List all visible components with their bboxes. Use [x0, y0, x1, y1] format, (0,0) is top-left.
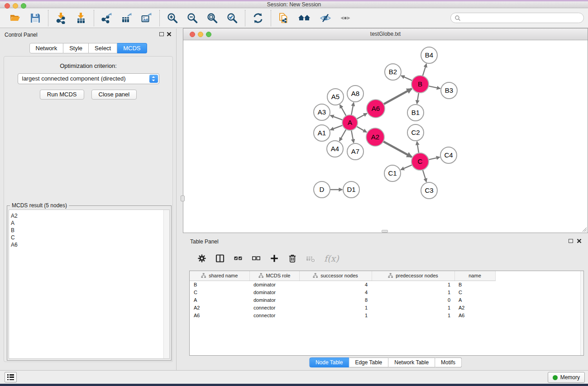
edge-C-C4[interactable] [429, 157, 440, 160]
node-B1[interactable]: B1 [407, 105, 424, 121]
network-canvas[interactable]: B4B2BB3A8A5A6B1A3AC2A1A2A4A7C4CC1C3DD1 [183, 41, 588, 233]
node-A2[interactable]: A2 [366, 128, 384, 146]
node-C2[interactable]: C2 [407, 124, 424, 141]
table-scrollbar[interactable] [580, 271, 583, 355]
result-item[interactable]: B [9, 227, 169, 234]
edge-A-A3[interactable] [330, 115, 343, 120]
deselect-all-columns-icon[interactable] [250, 253, 262, 264]
open-folder-icon[interactable] [9, 12, 22, 24]
column-header-shared-name[interactable]: shared name [190, 271, 249, 281]
zoom-in-icon[interactable] [166, 12, 179, 24]
table-cell[interactable]: dominator [249, 281, 299, 288]
criterion-dropdown[interactable]: largest connected component (directed) [18, 73, 159, 84]
table-cell[interactable]: 8 [299, 296, 372, 304]
horizontal-splitter-handle[interactable] [382, 230, 388, 233]
result-scrollbar[interactable] [163, 210, 169, 358]
edge-B-B1[interactable] [417, 93, 419, 104]
table-cell[interactable]: 1 [299, 304, 372, 311]
result-item[interactable]: A2 [9, 212, 169, 219]
export-image-icon[interactable] [140, 12, 153, 24]
node-D[interactable]: D [314, 181, 330, 198]
result-item[interactable]: C [9, 234, 169, 241]
import-network-icon[interactable] [55, 12, 67, 24]
table-cell[interactable]: C [454, 288, 495, 296]
mcds-result-list[interactable]: A2ABCA6 [9, 210, 170, 359]
table-cell[interactable]: B [190, 281, 249, 288]
column-header-predecessor-nodes[interactable]: predecessor nodes [372, 271, 454, 281]
table-row[interactable]: Bdominator41B [190, 281, 583, 288]
delete-column-trash-icon[interactable] [287, 253, 298, 264]
network-close-button[interactable] [190, 32, 195, 37]
table-cell[interactable]: dominator [249, 288, 299, 296]
zoom-selected-icon[interactable] [226, 12, 239, 24]
import-table-icon[interactable] [75, 12, 87, 24]
node-C3[interactable]: C3 [421, 182, 437, 199]
table-cell[interactable]: dominator [249, 296, 299, 304]
node-A6[interactable]: A6 [367, 100, 385, 118]
add-column-icon[interactable] [268, 253, 280, 264]
float-table-panel-icon[interactable] [569, 239, 573, 243]
tab-edge-table[interactable]: Edge Table [349, 357, 388, 367]
tab-network[interactable]: Network [29, 43, 63, 53]
tab-mcds[interactable]: MCDS [117, 43, 147, 53]
maximize-window-button[interactable] [21, 3, 26, 9]
delete-table-icon[interactable] [305, 253, 316, 264]
home-icon[interactable] [297, 12, 312, 24]
float-panel-icon[interactable] [159, 32, 164, 36]
show-all-icon[interactable] [339, 12, 352, 24]
network-maximize-button[interactable] [206, 32, 211, 37]
close-table-panel-icon[interactable] [577, 238, 582, 243]
save-icon[interactable] [29, 12, 42, 24]
export-network-icon[interactable] [100, 12, 113, 24]
column-header-successor-nodes[interactable]: successor nodes [299, 271, 372, 281]
table-cell[interactable]: 0 [372, 296, 454, 304]
node-table[interactable]: shared nameMCDS rolesuccessor nodesprede… [189, 271, 584, 356]
column-header-name[interactable]: name [454, 271, 495, 281]
tab-motifs[interactable]: Motifs [435, 357, 462, 367]
edge-C-C3[interactable] [423, 170, 426, 182]
export-table-icon[interactable] [120, 12, 133, 24]
edge-B-B3[interactable] [429, 86, 440, 89]
node-A4[interactable]: A4 [327, 141, 343, 157]
edge-C-C2[interactable] [417, 142, 419, 153]
result-item[interactable]: A [9, 219, 169, 227]
splitter-handle[interactable] [181, 195, 185, 201]
table-row[interactable]: A6connector11A6 [190, 311, 583, 319]
network-minimize-button[interactable] [198, 32, 203, 37]
table-cell[interactable]: 1 [372, 304, 454, 311]
tab-style[interactable]: Style [63, 43, 89, 53]
tab-node-table[interactable]: Node Table [309, 357, 349, 367]
table-cell[interactable]: connector [249, 311, 299, 319]
tab-network-table[interactable]: Network Table [388, 357, 435, 367]
column-header-mcds-role[interactable]: MCDS role [249, 271, 299, 281]
table-cell[interactable]: A2 [454, 304, 495, 311]
task-history-button[interactable] [5, 372, 17, 382]
edge-A2-C[interactable] [383, 142, 412, 157]
close-window-button[interactable] [5, 3, 10, 9]
edge-A-A8[interactable] [351, 103, 354, 115]
edge-A-A1[interactable] [330, 125, 343, 130]
table-cell[interactable]: B [454, 281, 495, 288]
edge-C-C1[interactable] [401, 165, 412, 170]
table-cell[interactable]: 1 [372, 288, 454, 296]
zoom-out-icon[interactable] [186, 12, 199, 24]
edge-A-A4[interactable] [339, 129, 346, 141]
network-window-titlebar[interactable]: testGlobe.txt [183, 29, 588, 40]
node-A7[interactable]: A7 [347, 143, 363, 160]
node-A5[interactable]: A5 [327, 89, 344, 105]
node-D1[interactable]: D1 [343, 181, 359, 198]
node-C1[interactable]: C1 [384, 165, 401, 181]
edge-A-A7[interactable] [351, 130, 354, 143]
table-cell[interactable]: A6 [454, 311, 495, 319]
edge-B-B4[interactable] [423, 64, 426, 76]
refresh-icon[interactable] [252, 12, 264, 24]
table-cell[interactable]: A [454, 296, 495, 304]
edge-A-A2[interactable] [357, 126, 367, 132]
table-cell[interactable]: connector [249, 304, 299, 311]
run-mcds-button[interactable]: Run MCDS [40, 90, 84, 100]
table-cell[interactable]: A6 [190, 311, 249, 319]
node-C[interactable]: C [411, 153, 429, 170]
edge-A-A5[interactable] [340, 105, 346, 116]
node-B2[interactable]: B2 [385, 64, 401, 80]
node-C4[interactable]: C4 [440, 147, 457, 163]
